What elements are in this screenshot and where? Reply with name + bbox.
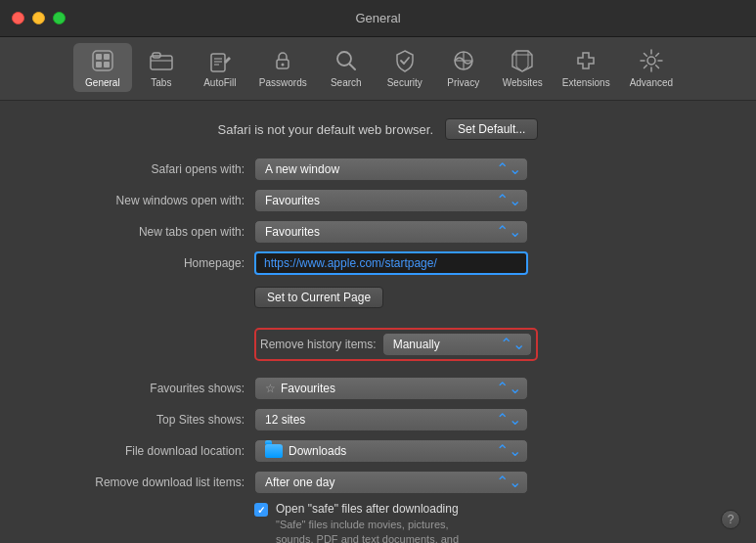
homepage-input[interactable] [254,251,528,275]
top-sites-row: Top Sites shows: 12 sites ⌃⌄ [39,408,717,431]
toolbar-label-extensions: Extensions [562,77,610,88]
download-location-control: Downloads ⌃⌄ [254,439,717,463]
toolbar: General Tabs AutoFill [0,37,756,101]
toolbar-label-tabs: Tabs [151,77,171,88]
extensions-icon [572,47,600,74]
svg-rect-8 [211,54,225,71]
toolbar-item-extensions[interactable]: Extensions [553,43,620,92]
safe-files-text: Open "safe" files after downloading "Saf… [276,502,717,543]
top-sites-label: Top Sites shows: [39,413,254,427]
safari-opens-row: Safari opens with: A new window ⌃⌄ [39,158,717,181]
toolbar-item-search[interactable]: Search [317,43,376,92]
content-area: Safari is not your default web browser. … [0,101,756,543]
history-row: Remove history items: Manually ⌃⌄ [254,328,538,361]
favourites-label: Favourites shows: [39,382,254,395]
new-windows-select[interactable]: Favourites ⌃⌄ [254,189,528,212]
safari-opens-value: A new window [265,162,339,176]
new-windows-label: New windows open with: [39,194,254,207]
minimize-button[interactable] [32,12,45,24]
toolbar-item-websites[interactable]: Websites [493,43,553,92]
set-current-page-wrapper: Set to Current Page [39,283,717,318]
maximize-button[interactable] [53,12,66,24]
title-bar: General [0,0,756,37]
svg-rect-4 [104,62,110,68]
set-default-button[interactable]: Set Default... [445,118,538,140]
safe-files-row: Open "safe" files after downloading "Saf… [254,502,717,543]
svg-rect-0 [93,51,112,70]
download-location-chevron-icon: ⌃⌄ [496,443,521,459]
toolbar-label-search: Search [331,77,362,88]
top-sites-control: 12 sites ⌃⌄ [254,408,717,431]
passwords-icon [269,47,296,74]
homepage-label: Homepage: [39,256,254,270]
new-windows-chevron-icon: ⌃⌄ [496,193,521,208]
safe-files-main-label: Open "safe" files after downloading [276,502,717,516]
favourites-row: Favourites shows: ☆ Favourites ⌃⌄ [39,377,717,400]
toolbar-label-privacy: Privacy [447,77,479,88]
close-button[interactable] [12,12,24,24]
new-tabs-select[interactable]: Favourites ⌃⌄ [254,220,528,244]
autofill-icon [206,47,234,74]
download-location-select-wrapper: Downloads ⌃⌄ [254,439,528,463]
general-icon [89,47,116,74]
toolbar-item-passwords[interactable]: Passwords [249,43,317,92]
top-sites-chevron-icon: ⌃⌄ [496,412,521,428]
safari-opens-select-wrapper: A new window ⌃⌄ [254,158,528,181]
remove-downloads-row: Remove download list items: After one da… [39,471,717,494]
history-select[interactable]: Manually ⌃⌄ [382,333,532,356]
history-inner-label: Remove history items: [260,338,382,351]
safari-opens-label: Safari opens with: [39,162,254,176]
favourites-control: ☆ Favourites ⌃⌄ [254,377,717,400]
set-current-page-button[interactable]: Set to Current Page [254,287,383,308]
toolbar-item-security[interactable]: Security [376,43,434,92]
toolbar-label-advanced: Advanced [630,77,673,88]
security-icon [391,47,419,74]
search-icon [333,47,360,74]
download-location-value: Downloads [289,444,346,458]
favourites-select[interactable]: ☆ Favourites ⌃⌄ [254,377,528,400]
traffic-lights [12,12,66,24]
history-value: Manually [393,338,440,351]
toolbar-item-tabs[interactable]: Tabs [132,43,191,92]
svg-point-13 [282,64,285,67]
safari-opens-chevron-icon: ⌃⌄ [496,161,521,177]
new-tabs-value: Favourites [265,225,320,239]
star-icon: ☆ [265,382,276,395]
history-row-wrapper: Remove history items: Manually ⌃⌄ [39,328,717,369]
download-location-row: File download location: Downloads ⌃⌄ [39,439,717,463]
history-select-wrapper: Manually ⌃⌄ [382,333,532,356]
remove-downloads-select-wrapper: After one day ⌃⌄ [254,471,528,494]
toolbar-label-websites: Websites [503,77,543,88]
new-windows-select-wrapper: Favourites ⌃⌄ [254,189,528,212]
download-location-label: File download location: [39,444,254,458]
download-location-select[interactable]: Downloads ⌃⌄ [254,439,528,463]
toolbar-item-autofill[interactable]: AutoFill [191,43,249,92]
favourites-value: Favourites [281,382,335,395]
toolbar-label-security: Security [387,77,422,88]
privacy-icon [450,47,477,74]
toolbar-label-passwords: Passwords [259,77,307,88]
homepage-row: Homepage: [39,251,717,275]
safari-opens-select[interactable]: A new window ⌃⌄ [254,158,528,181]
safe-files-checkbox[interactable] [254,503,268,517]
folder-icon [265,444,283,458]
new-windows-row: New windows open with: Favourites ⌃⌄ [39,189,717,212]
history-chevron-icon: ⌃⌄ [500,337,525,352]
toolbar-item-general[interactable]: General [73,43,132,92]
help-button[interactable]: ? [721,510,740,529]
remove-downloads-select[interactable]: After one day ⌃⌄ [254,471,528,494]
toolbar-item-privacy[interactable]: Privacy [434,43,493,92]
tabs-icon [148,47,175,74]
top-sites-select[interactable]: 12 sites ⌃⌄ [254,408,528,431]
homepage-control [254,251,717,275]
svg-point-20 [647,57,655,65]
favourites-chevron-icon: ⌃⌄ [496,381,521,396]
remove-downloads-label: Remove download list items: [39,475,254,489]
top-sites-value: 12 sites [265,413,305,427]
remove-downloads-control: After one day ⌃⌄ [254,471,717,494]
toolbar-item-advanced[interactable]: Advanced [620,43,683,92]
new-tabs-label: New tabs open with: [39,225,254,239]
default-browser-message: Safari is not your default web browser. [218,122,433,137]
safe-files-sub-label: "Safe" files include movies, pictures,so… [276,518,717,543]
toolbar-label-general: General [85,77,120,88]
